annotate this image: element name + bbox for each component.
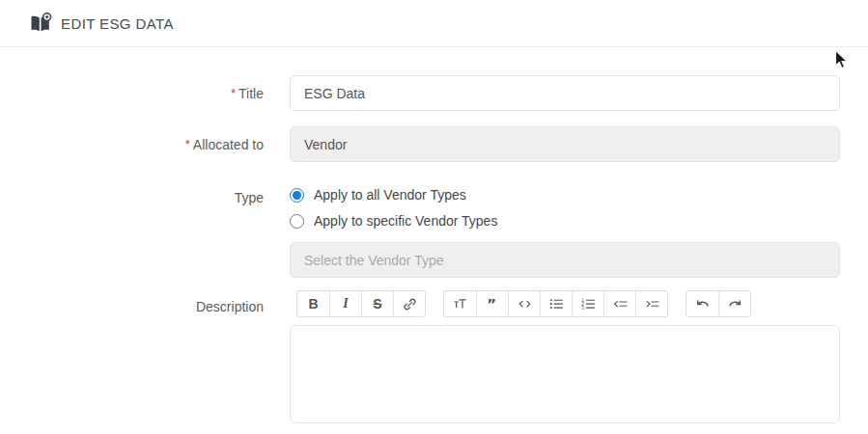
title-row: *Title [0,75,868,112]
unordered-list-button[interactable] [540,291,572,316]
indent-icon [644,296,660,312]
ordered-list-icon: 1 2 3 [580,296,597,312]
vendor-type-row [0,242,868,278]
title-input[interactable] [290,75,840,111]
description-label: Description [0,290,290,427]
allocated-row: *Allocated to [0,126,868,163]
type-label: Type [0,187,290,229]
required-asterisk: * [185,137,190,151]
vendor-type-select [290,242,840,278]
description-editor[interactable] [290,325,840,423]
font-size-icon [452,296,468,312]
edit-esg-data-page: EDIT ESG DATA *Title *Allocated to Type … [0,0,868,434]
toolbar-group-inline: B I S [296,290,426,317]
svg-text:3: 3 [581,305,584,311]
toolbar-group-block: ” [443,290,668,317]
radio-specific-vendor-types-label[interactable]: Apply to specific Vendor Types [314,213,497,229]
page-header: EDIT ESG DATA [0,0,868,47]
undo-button[interactable] [686,291,718,316]
redo-button[interactable] [718,291,750,316]
link-button[interactable] [393,291,425,316]
allocated-to-input [290,126,840,162]
radio-specific-vendor-types[interactable] [290,214,304,229]
radio-option-all-vendor-types[interactable]: Apply to all Vendor Types [290,187,840,203]
svg-text:”: ” [487,296,496,312]
type-row: Type Apply to all Vendor Types Apply to … [0,187,868,229]
radio-option-specific-vendor-types[interactable]: Apply to specific Vendor Types [290,213,840,229]
editor-toolbar: B I S [296,290,840,317]
undo-icon [694,296,712,312]
allocated-label: *Allocated to [0,126,290,163]
book-plus-icon [29,13,52,34]
bold-icon: B [308,296,318,312]
link-icon [402,296,418,312]
italic-button[interactable]: I [329,291,361,316]
indent-button[interactable] [635,291,667,316]
required-asterisk: * [231,86,236,100]
font-size-button[interactable] [444,291,476,316]
ordered-list-button[interactable]: 1 2 3 [572,291,603,316]
bold-button[interactable]: B [297,291,329,316]
title-label: *Title [0,75,290,112]
strikethrough-button[interactable]: S [361,291,393,316]
redo-icon [726,296,743,312]
page-title: EDIT ESG DATA [61,15,174,32]
esg-form: *Title *Allocated to Type Apply to all V… [0,47,868,427]
strikethrough-icon: S [373,296,381,312]
unordered-list-icon [548,296,565,312]
description-row: Description B I S [0,290,868,427]
radio-all-vendor-types[interactable] [290,188,304,203]
outdent-button[interactable] [603,291,635,316]
blockquote-icon: ” [485,296,501,312]
outdent-icon [612,296,629,312]
radio-all-vendor-types-label[interactable]: Apply to all Vendor Types [314,187,466,203]
code-icon [517,296,533,312]
italic-icon: I [343,296,348,312]
toolbar-group-history [686,290,751,317]
blockquote-button[interactable]: ” [476,291,508,316]
code-button[interactable] [508,291,540,316]
